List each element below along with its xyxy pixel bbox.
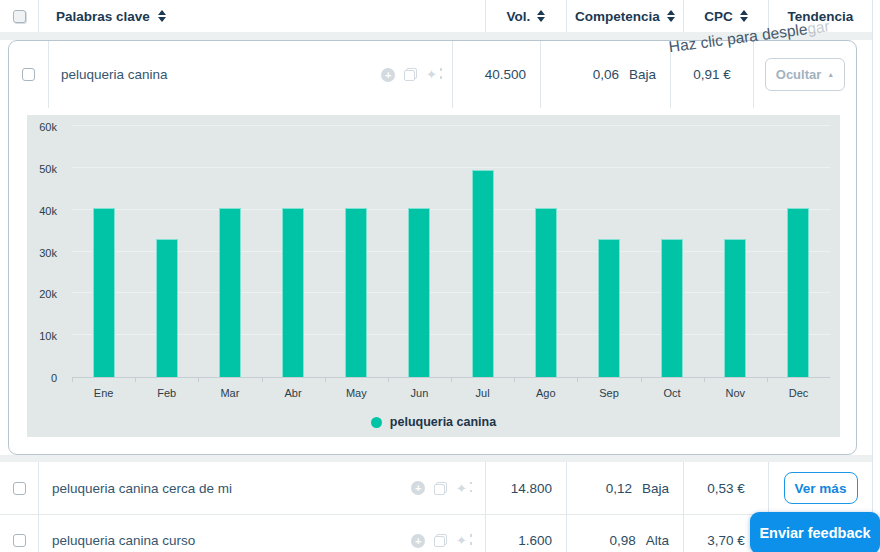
keyword-cell: peluqueria canina curso + ✦	[38, 515, 485, 552]
expanded-keyword-card: peluqueria canina + ✦ 40.500 0,06 Baja 0…	[8, 40, 857, 455]
column-label: Vol.	[507, 9, 531, 24]
sparkles-icon[interactable]: ✦	[456, 482, 467, 495]
volume-cell: 40.500	[452, 41, 540, 108]
y-axis-label: 30k	[27, 247, 57, 259]
x-axis-label: Dec	[767, 383, 830, 401]
x-axis-label: Ene	[72, 383, 135, 401]
x-axis-label: Jun	[388, 383, 451, 401]
trend-cell: Ver más	[768, 462, 872, 514]
bar[interactable]	[724, 239, 746, 377]
copy-icon[interactable]	[404, 68, 417, 81]
bar[interactable]	[282, 208, 304, 377]
bar-slot	[72, 127, 135, 377]
x-axis-label: May	[325, 383, 388, 401]
column-vol[interactable]: Vol.	[485, 0, 566, 32]
keyword-row: peluqueria canina + ✦ 40.500 0,06 Baja 0…	[9, 41, 856, 108]
row-checkbox[interactable]	[13, 534, 26, 547]
bar[interactable]	[535, 208, 557, 377]
bar[interactable]	[787, 208, 809, 377]
cpc-cell: 0,91 €	[670, 41, 753, 108]
competition-level: Alta	[646, 533, 669, 548]
keyword-actions: + ✦	[411, 481, 467, 495]
column-label: Competencia	[575, 9, 660, 24]
cpc-value: 0,53 €	[707, 481, 745, 496]
add-to-list-icon[interactable]: +	[381, 68, 395, 82]
x-axis-label: Sep	[577, 383, 640, 401]
cpc-cell: 0,53 €	[683, 462, 768, 514]
add-to-list-icon[interactable]: +	[411, 534, 425, 548]
bar-slot	[262, 127, 325, 377]
column-competencia[interactable]: Competencia	[566, 0, 683, 32]
table-header: Palabras clave Vol. Competencia CPC Tend…	[0, 0, 872, 32]
column-tendencia: Tendencia	[768, 0, 872, 32]
volume-value: 40.500	[485, 67, 526, 82]
divider-band	[0, 455, 872, 462]
bar-slot	[641, 127, 704, 377]
bar-slot	[451, 127, 514, 377]
bar[interactable]	[472, 170, 494, 377]
column-cpc[interactable]: CPC	[683, 0, 768, 32]
cpc-value: 0,91 €	[693, 67, 731, 82]
trend-cell: Ocultar ▲	[753, 41, 856, 108]
competition-level: Baja	[642, 481, 669, 496]
sparkles-icon[interactable]: ✦	[456, 534, 467, 547]
competition-cell: 0,06 Baja	[540, 41, 670, 108]
ver-mas-button[interactable]: Ver más	[784, 472, 858, 504]
sparkles-icon[interactable]: ✦	[426, 68, 437, 81]
sort-icon[interactable]	[667, 10, 675, 22]
bar[interactable]	[219, 208, 241, 377]
ocultar-button[interactable]: Ocultar ▲	[765, 58, 845, 91]
copy-icon[interactable]	[434, 482, 447, 495]
bar[interactable]	[93, 208, 115, 377]
row-checkbox-cell	[0, 515, 38, 552]
sort-icon[interactable]	[537, 10, 545, 22]
cpc-value: 3,70 €	[707, 533, 745, 548]
add-to-list-icon[interactable]: +	[411, 481, 425, 495]
bar-slot	[767, 127, 830, 377]
competition-cell: 0,12 Baja	[566, 462, 683, 514]
x-axis-label: Abr	[262, 383, 325, 401]
volume-value: 1.600	[518, 533, 552, 548]
column-label: Palabras clave	[56, 9, 150, 24]
select-all-checkbox[interactable]	[13, 10, 26, 23]
legend-dot-icon	[371, 417, 382, 428]
enviar-feedback-button[interactable]: Enviar feedback	[750, 512, 880, 552]
competition-value: 0,06	[593, 67, 619, 82]
x-axis-label: Jul	[451, 383, 514, 401]
column-palabras-clave[interactable]: Palabras clave	[38, 0, 485, 32]
column-label: CPC	[704, 9, 733, 24]
competition-cell: 0,98 Alta	[566, 515, 683, 552]
row-checkbox[interactable]	[22, 68, 35, 81]
trend-chart: 010k20k30k40k50k60k EneFebMarAbrMayJunJu…	[27, 115, 840, 437]
bar[interactable]	[408, 208, 430, 377]
x-axis-label: Feb	[135, 383, 198, 401]
bar-slot	[198, 127, 261, 377]
keyword-text: peluqueria canina curso	[52, 533, 195, 548]
table-row: peluqueria canina cerca de mi + ✦ 14.800…	[0, 462, 872, 514]
y-axis-label: 40k	[27, 205, 57, 217]
copy-icon[interactable]	[434, 534, 447, 547]
x-axis-label: Oct	[641, 383, 704, 401]
chevron-up-icon: ▲	[827, 71, 834, 78]
bar[interactable]	[661, 239, 683, 377]
y-axis-label: 20k	[27, 288, 57, 300]
y-axis: 010k20k30k40k50k60k	[27, 127, 57, 378]
bar[interactable]	[156, 239, 178, 377]
sort-icon[interactable]	[158, 10, 166, 22]
bar-slot	[577, 127, 640, 377]
x-axis-label: Nov	[704, 383, 767, 401]
bar[interactable]	[345, 208, 367, 377]
x-axis-label: Mar	[198, 383, 261, 401]
gridline	[72, 125, 830, 126]
chart-legend: peluqueria canina	[27, 415, 840, 429]
table-right-border	[872, 0, 880, 552]
row-checkbox[interactable]	[13, 482, 26, 495]
bar-slot	[388, 127, 451, 377]
legend-label: peluqueria canina	[390, 415, 496, 429]
y-axis-label: 60k	[27, 121, 57, 133]
volume-cell: 14.800	[485, 462, 566, 514]
y-axis-label: 0	[27, 372, 57, 384]
sort-icon[interactable]	[740, 10, 748, 22]
bar-slot	[135, 127, 198, 377]
bar[interactable]	[598, 239, 620, 377]
